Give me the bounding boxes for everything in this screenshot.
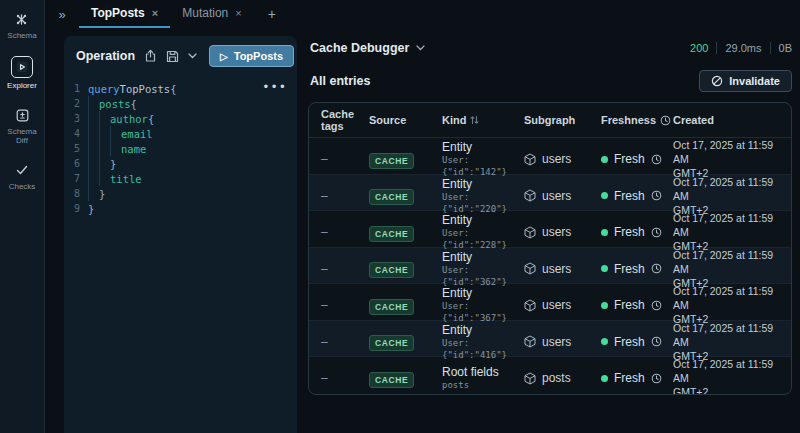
cache-debugger-dropdown[interactable]: Cache Debugger bbox=[310, 41, 425, 55]
indent-guide bbox=[110, 126, 121, 141]
cache-tags-cell: – bbox=[321, 335, 369, 349]
cache-tags-cell: – bbox=[321, 371, 369, 385]
cache-entry-row[interactable]: – CACHE Entity User:{"id":"362"} users F… bbox=[309, 248, 791, 285]
kind-label: Entity bbox=[442, 213, 524, 227]
kind-cell: Root fields posts bbox=[442, 365, 524, 391]
indent-guide bbox=[99, 156, 110, 171]
kind-detail: User:{"id":"362"} bbox=[442, 264, 524, 288]
cache-source-badge: CACHE bbox=[369, 372, 414, 388]
kind-cell: Entity User:{"id":"367"} bbox=[442, 286, 524, 324]
line-number: 9 bbox=[64, 203, 88, 214]
kind-detail: User:{"id":"228"} bbox=[442, 227, 524, 251]
line-number: 8 bbox=[64, 188, 88, 199]
freshness-label: Fresh bbox=[614, 262, 645, 276]
clock-icon[interactable] bbox=[651, 300, 662, 311]
clock-icon[interactable] bbox=[651, 373, 662, 384]
col-header-source: Source bbox=[369, 114, 442, 126]
cache-entry-row[interactable]: – CACHE Entity User:{"id":"220"} users F… bbox=[309, 175, 791, 212]
code-token: query bbox=[88, 83, 120, 95]
freshness-cell: Fresh bbox=[601, 225, 673, 239]
run-operation-button[interactable]: ▷ TopPosts bbox=[209, 45, 294, 67]
run-button-label: TopPosts bbox=[234, 50, 283, 62]
kind-label: Entity bbox=[442, 286, 524, 300]
subgraph-cube-icon bbox=[524, 335, 536, 348]
new-tab-button[interactable]: + bbox=[254, 0, 290, 28]
schema-diff-icon bbox=[13, 106, 31, 124]
tab-mutation[interactable]: Mutation × bbox=[170, 0, 253, 28]
operation-title: Operation bbox=[76, 49, 135, 63]
editor-overflow-menu-icon[interactable]: ••• bbox=[262, 81, 287, 94]
invalidate-button[interactable]: Invalidate bbox=[699, 70, 792, 92]
invalidate-label: Invalidate bbox=[729, 75, 780, 87]
cache-entry-row[interactable]: – CACHE Root fields posts posts Fresh Oc… bbox=[309, 357, 791, 394]
graphql-editor[interactable]: ••• 1query TopPosts {2posts {3author {4e… bbox=[64, 81, 297, 216]
cache-entry-row[interactable]: – CACHE Entity User:{"id":"142"} users F… bbox=[309, 138, 791, 175]
sidebar-item-schema[interactable]: Schema bbox=[7, 10, 36, 40]
checks-check-icon bbox=[13, 161, 31, 179]
subgraph-cube-icon bbox=[524, 372, 536, 385]
save-icon[interactable] bbox=[166, 49, 179, 64]
indent-guide bbox=[110, 141, 121, 156]
clock-icon[interactable] bbox=[651, 227, 662, 238]
code-token: title bbox=[110, 173, 142, 185]
freshness-cell: Fresh bbox=[601, 262, 673, 276]
line-number: 5 bbox=[64, 143, 88, 154]
response-duration: 29.0ms bbox=[725, 42, 761, 54]
col-header-freshness-label: Freshness bbox=[601, 114, 656, 126]
clock-icon[interactable] bbox=[651, 263, 662, 274]
tab-bar: » TopPosts × Mutation × + bbox=[45, 0, 800, 28]
cache-tags-cell: – bbox=[321, 262, 369, 276]
source-cell: CACHE bbox=[369, 223, 442, 242]
close-tab-icon[interactable]: × bbox=[152, 7, 158, 19]
sidebar-item-checks[interactable]: Checks bbox=[9, 161, 36, 191]
freshness-label: Fresh bbox=[614, 152, 645, 166]
col-header-kind-label: Kind bbox=[442, 114, 466, 126]
cache-entries-table: Cache tags Source Kind Subgraph Freshnes… bbox=[308, 102, 792, 395]
code-token: } bbox=[99, 188, 105, 200]
indent-guide bbox=[88, 111, 99, 126]
cache-entry-row[interactable]: – CACHE Entity User:{"id":"416"} users F… bbox=[309, 321, 791, 358]
subgraph-cell: users bbox=[524, 225, 601, 239]
kind-label: Entity bbox=[442, 250, 524, 264]
kind-detail: User:{"id":"367"} bbox=[442, 300, 524, 324]
sidebar-item-explorer[interactable]: Explorer bbox=[7, 56, 37, 90]
table-header-row: Cache tags Source Kind Subgraph Freshnes… bbox=[309, 103, 791, 138]
chevron-down-icon[interactable] bbox=[188, 49, 197, 64]
clock-icon[interactable] bbox=[660, 115, 671, 126]
subgraph-name: posts bbox=[542, 371, 571, 385]
line-number: 4 bbox=[64, 128, 88, 139]
kind-cell: Entity User:{"id":"416"} bbox=[442, 323, 524, 361]
play-icon: ▷ bbox=[220, 51, 228, 62]
freshness-cell: Fresh bbox=[601, 152, 673, 166]
subgraph-cell: users bbox=[524, 298, 601, 312]
kind-cell: Entity User:{"id":"228"} bbox=[442, 213, 524, 251]
tab-topposts[interactable]: TopPosts × bbox=[79, 0, 170, 28]
kind-detail: User:{"id":"142"} bbox=[442, 154, 524, 178]
line-number: 2 bbox=[64, 98, 88, 109]
stat-divider bbox=[716, 42, 717, 54]
share-icon[interactable] bbox=[144, 49, 157, 64]
clock-icon[interactable] bbox=[651, 190, 662, 201]
code-token: { bbox=[148, 113, 154, 125]
sidebar-item-schema-diff[interactable]: Schema Diff bbox=[4, 106, 40, 145]
code-token: } bbox=[88, 203, 94, 215]
code-line: 9} bbox=[64, 201, 297, 216]
clock-icon[interactable] bbox=[651, 154, 662, 165]
cache-entry-row[interactable]: – CACHE Entity User:{"id":"228"} users F… bbox=[309, 211, 791, 248]
code-line: 5name bbox=[64, 141, 297, 156]
kind-detail: posts bbox=[442, 379, 524, 391]
indent-guide bbox=[99, 141, 110, 156]
clock-icon[interactable] bbox=[651, 336, 662, 347]
line-number: 3 bbox=[64, 113, 88, 124]
subgraph-name: users bbox=[542, 225, 571, 239]
collapse-panel-icon[interactable]: » bbox=[45, 0, 79, 28]
col-header-kind[interactable]: Kind bbox=[442, 114, 524, 126]
freshness-cell: Fresh bbox=[601, 298, 673, 312]
cache-entry-row[interactable]: – CACHE Entity User:{"id":"367"} users F… bbox=[309, 284, 791, 321]
code-line: 6} bbox=[64, 156, 297, 171]
subgraph-cell: users bbox=[524, 262, 601, 276]
kind-label: Entity bbox=[442, 323, 524, 337]
debugger-header-row: Cache Debugger 200 29.0ms 0B bbox=[305, 41, 792, 55]
code-token: } bbox=[110, 158, 116, 170]
close-tab-icon[interactable]: × bbox=[235, 7, 241, 19]
